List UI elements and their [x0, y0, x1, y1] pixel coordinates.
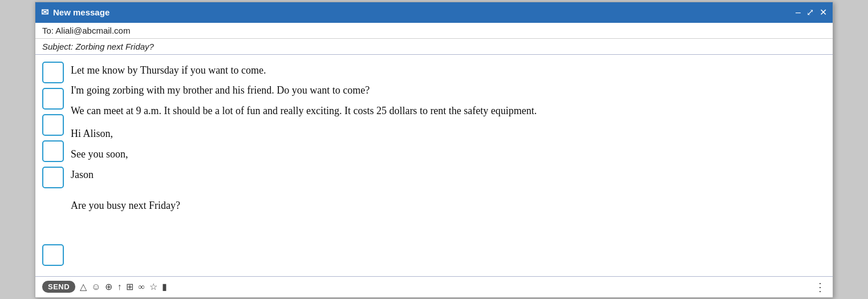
checkbox-5[interactable]: [42, 167, 64, 188]
image-icon[interactable]: ⊞: [126, 281, 133, 292]
link-icon[interactable]: ⊕: [105, 281, 112, 292]
checkboxes-column: [35, 60, 71, 270]
checkbox-6[interactable]: [42, 244, 64, 266]
star-icon[interactable]: ☆: [149, 281, 157, 292]
minimize-button[interactable]: –: [796, 7, 801, 18]
toolbar-left: SEND △ ☺ ⊕ ↑ ⊞ ∞ ☆ ▮: [42, 281, 167, 293]
subject-value: Zorbing next Friday?: [75, 42, 154, 51]
email-window: ✉ New message – ⤢ ✕ To: Aliali@abcmail.c…: [35, 2, 833, 298]
upload-icon[interactable]: ↑: [117, 282, 121, 292]
infinite-icon[interactable]: ∞: [138, 282, 144, 292]
title-bar-left: ✉ New message: [41, 7, 109, 18]
checkbox-1[interactable]: [42, 62, 64, 83]
body-line-3: We can meet at 9 a.m. It should be a lot…: [71, 101, 827, 122]
checkbox-4[interactable]: [42, 140, 64, 162]
body-line-5: See you soon,: [71, 144, 827, 165]
email-icon: ✉: [41, 7, 48, 18]
checkbox-3[interactable]: [42, 114, 64, 136]
close-button[interactable]: ✕: [820, 7, 827, 18]
subject-label: Subject:: [42, 42, 73, 51]
to-field: To: Aliali@abcmail.com: [35, 23, 833, 39]
body-line-1: Let me know by Thursday if you want to c…: [71, 60, 827, 81]
more-options[interactable]: ⋮: [814, 280, 826, 294]
body-line-6: Jason: [71, 165, 827, 185]
window-title: New message: [53, 7, 109, 17]
send-button[interactable]: SEND: [42, 281, 75, 293]
trash-icon[interactable]: ▮: [162, 281, 167, 292]
resize-button[interactable]: ⤢: [806, 7, 814, 18]
email-body-text: Let me know by Thursday if you want to c…: [71, 60, 833, 270]
subject-field: Subject: Zorbing next Friday?: [35, 39, 833, 55]
body-area: Let me know by Thursday if you want to c…: [35, 55, 833, 276]
body-line-7: Are you busy next Friday?: [71, 196, 827, 216]
to-label: To:: [42, 26, 54, 35]
emoji-icon[interactable]: ☺: [91, 282, 100, 292]
checkbox-2[interactable]: [42, 88, 64, 110]
title-bar: ✉ New message – ⤢ ✕: [35, 2, 833, 23]
body-line-4: Hi Alison,: [71, 124, 827, 144]
attach-icon[interactable]: △: [80, 281, 87, 292]
body-line-2: I'm going zorbing with my brother and hi…: [71, 80, 827, 101]
title-bar-controls: – ⤢ ✕: [796, 7, 827, 18]
toolbar: SEND △ ☺ ⊕ ↑ ⊞ ∞ ☆ ▮ ⋮: [35, 276, 833, 297]
to-value: Aliali@abcmail.com: [55, 26, 130, 35]
